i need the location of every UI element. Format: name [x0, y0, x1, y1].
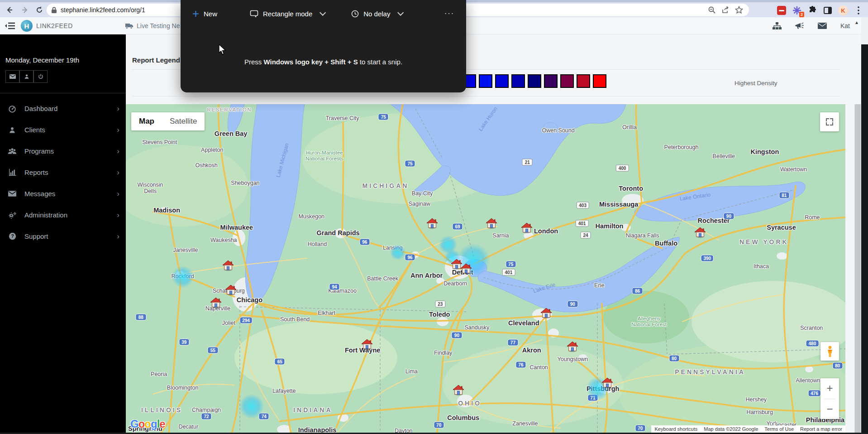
browser-reload-icon[interactable] [33, 4, 45, 16]
zoom-in-button[interactable]: + [820, 378, 839, 399]
highway-shield-94: 94 [329, 284, 340, 290]
map-zoom-control: + − [820, 378, 839, 419]
side-panel-icon[interactable] [823, 5, 833, 15]
highway-shield-69: 69 [452, 223, 463, 230]
legend-swatch-2 [495, 74, 509, 88]
report-map-error-link[interactable]: Report a map error [797, 425, 845, 433]
highway-shield-23: 23 [435, 301, 445, 308]
snipping-toolbar: New Rectangle mode No delay ··· [181, 0, 466, 27]
share-icon[interactable] [720, 5, 731, 15]
window-scrollbar[interactable] [861, 17, 868, 434]
pegman-streetview-button[interactable] [820, 342, 839, 361]
sidebar-item-programs[interactable]: Programs› [0, 140, 126, 162]
house-marker-2[interactable] [521, 222, 533, 235]
browser-back-icon[interactable] [4, 4, 15, 16]
chevron-right-icon: › [117, 104, 119, 113]
density-map[interactable]: RESERVATIONTraverse CityGreen BayStevens… [126, 104, 845, 434]
quick-profile-button[interactable] [19, 70, 33, 83]
highway-shield-76: 76 [515, 362, 526, 368]
lock-icon[interactable] [51, 7, 57, 14]
user-menu[interactable]: Kat [840, 22, 850, 29]
scrollbar-up-arrow[interactable]: ▲ [853, 20, 861, 27]
messages-envelope-icon[interactable] [818, 23, 827, 29]
truck-icon [125, 23, 134, 29]
highway-shield-403: 403 [576, 202, 589, 208]
divider [132, 96, 840, 96]
highway-shield-88: 88 [136, 313, 146, 320]
legend-swatch-8 [593, 74, 606, 88]
sidebar-item-clients[interactable]: Clients› [0, 119, 126, 140]
zoom-out-button[interactable]: − [820, 399, 839, 420]
fullscreen-button[interactable] [820, 112, 839, 131]
highway-shield-480: 480 [806, 340, 819, 347]
password-manager-extension-icon[interactable] [777, 5, 787, 15]
bookmark-star-icon[interactable] [734, 5, 744, 15]
house-marker-11[interactable] [601, 377, 613, 390]
house-marker-1[interactable] [486, 218, 497, 231]
programs-icon [7, 148, 17, 155]
announcements-megaphone-icon[interactable] [795, 22, 804, 30]
sidebar-menu: Dashboard›Clients›Programs›Reports›Messa… [0, 93, 126, 247]
keyboard-shortcuts-link[interactable]: Keyboard shortcuts [651, 425, 701, 433]
sidebar-collapse-icon[interactable] [5, 22, 15, 30]
browser-profile-avatar[interactable]: K [838, 5, 848, 15]
highway-shield-476: 476 [808, 390, 821, 396]
map-type-map-button[interactable]: Map [131, 112, 162, 130]
house-marker-8[interactable] [460, 263, 472, 276]
heatmap-blob [390, 245, 405, 260]
sidebar-item-support[interactable]: ?Support› [0, 226, 126, 247]
google-logo[interactable]: Google [130, 418, 165, 430]
snip-delay-dropdown[interactable]: No delay [351, 10, 402, 18]
highway-shield-401: 401 [502, 269, 515, 276]
brand-name[interactable]: LINK2FEED [36, 22, 73, 29]
map-type-satellite-button[interactable]: Satellite [162, 112, 205, 130]
house-marker-12[interactable] [453, 385, 464, 397]
chevron-right-icon: › [117, 168, 119, 177]
house-marker-6[interactable] [210, 297, 222, 310]
sitemap-icon[interactable] [773, 22, 782, 30]
link2feed-logo[interactable]: H [21, 20, 33, 32]
highway-shield-65: 65 [275, 358, 285, 365]
svg-text:?: ? [11, 234, 14, 239]
starburst-extension-icon[interactable]: 2 [792, 5, 802, 15]
snip-new-button[interactable]: New [192, 10, 217, 18]
quick-logout-power-button[interactable] [33, 70, 48, 83]
content-scrollbar-thumb[interactable] [854, 104, 861, 434]
house-marker-10[interactable] [567, 341, 578, 354]
browser-forward-icon[interactable] [19, 4, 31, 16]
house-marker-5[interactable] [225, 285, 237, 297]
snip-more-button[interactable]: ··· [444, 10, 454, 18]
messages-icon [7, 191, 17, 197]
sidebar: Monday, December 19th Dashboard›Clients›… [0, 34, 126, 434]
screen: stephanie.link2feed.com/org/1 2 [0, 0, 868, 434]
legend-swatch-1 [479, 74, 492, 88]
house-marker-9[interactable] [540, 308, 552, 320]
highway-shield-81: 81 [779, 192, 789, 198]
browser-menu-kebab-icon[interactable] [854, 5, 863, 15]
legend-swatch-7 [577, 74, 590, 88]
dashboard-icon [7, 105, 17, 113]
network-selector[interactable]: Live Testing Ne [125, 17, 180, 34]
house-marker-4[interactable] [222, 260, 234, 273]
house-marker-3[interactable] [694, 227, 706, 240]
quick-messages-button[interactable] [5, 70, 19, 83]
sidebar-item-administration[interactable]: Administration› [0, 204, 126, 226]
highway-shield-96: 96 [405, 254, 415, 260]
highway-shield-72: 72 [201, 413, 212, 420]
house-marker-13[interactable] [361, 339, 373, 352]
zoom-indicator-icon[interactable] [706, 5, 717, 15]
sidebar-item-dashboard[interactable]: Dashboard› [0, 98, 126, 119]
sidebar-item-messages[interactable]: Messages› [0, 183, 126, 204]
highway-shield-294: 294 [239, 317, 253, 323]
highway-shield-390: 390 [701, 255, 714, 261]
map-data-text: Map data ©2022 Google [701, 425, 761, 433]
highway-shield-86: 86 [632, 288, 643, 294]
house-marker-0[interactable] [426, 218, 438, 231]
pegman-icon [826, 346, 834, 357]
snip-mode-dropdown[interactable]: Rectangle mode [250, 10, 324, 18]
heatmap-blob [172, 266, 194, 288]
sidebar-item-reports[interactable]: Reports› [0, 162, 126, 183]
extensions-puzzle-icon[interactable] [807, 5, 817, 15]
terms-of-use-link[interactable]: Terms of Use [761, 425, 797, 433]
reports-icon [7, 169, 17, 176]
